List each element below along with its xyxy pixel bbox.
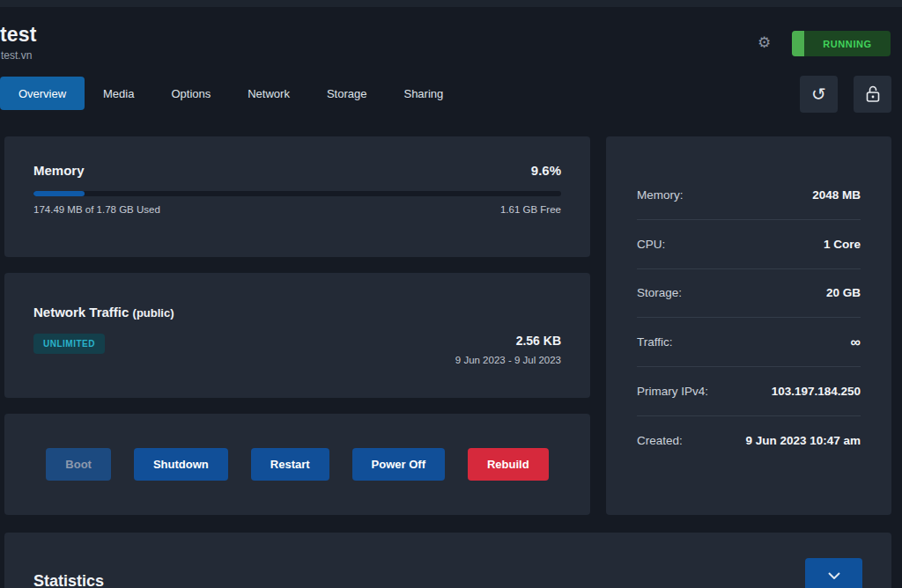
- traffic-card: Network Traffic (public) UNLIMITED 2.56 …: [4, 273, 590, 398]
- detail-row-ipv4: Primary IPv4: 103.197.184.250: [637, 367, 861, 416]
- tab-overview[interactable]: Overview: [0, 77, 85, 110]
- tab-sharing[interactable]: Sharing: [385, 77, 462, 110]
- memory-used-label: 174.49 MB of 1.78 GB Used: [33, 204, 160, 215]
- detail-row-created: Created: 9 Jun 2023 10:47 am: [637, 416, 861, 466]
- detail-row-traffic: Traffic: ∞: [637, 318, 861, 367]
- tab-storage[interactable]: Storage: [308, 77, 386, 110]
- vm-details-card: Memory: 2048 MB CPU: 1 Core Storage: 20 …: [606, 136, 891, 515]
- power-actions-card: Boot Shutdown Restart Power Off Rebuild: [4, 414, 590, 515]
- unlock-icon: [865, 85, 881, 103]
- power-off-button[interactable]: Power Off: [352, 448, 445, 481]
- traffic-title: Network Traffic: [33, 305, 129, 320]
- statistics-title: Statistics: [33, 572, 104, 588]
- statistics-card: Statistics: [4, 533, 891, 588]
- traffic-title-suffix: (public): [133, 306, 174, 320]
- detail-row-memory: Memory: 2048 MB: [637, 171, 861, 220]
- detail-value: 20 GB: [826, 286, 861, 299]
- detail-label: CPU:: [637, 238, 665, 251]
- detail-value: 2048 MB: [812, 188, 861, 202]
- page-title: test: [0, 23, 37, 47]
- detail-row-cpu: CPU: 1 Core: [637, 220, 861, 269]
- refresh-button[interactable]: ↺: [800, 76, 838, 113]
- refresh-icon: ↺: [811, 84, 826, 105]
- detail-label: Primary IPv4:: [637, 385, 708, 398]
- rebuild-button[interactable]: Rebuild: [468, 448, 549, 481]
- detail-value: 1 Core: [824, 238, 861, 251]
- memory-free-label: 1.61 GB Free: [500, 204, 561, 215]
- memory-card: Memory 9.6% 174.49 MB of 1.78 GB Used 1.…: [4, 136, 590, 257]
- vm-hostname: test.vn: [1, 49, 32, 62]
- memory-percent: 9.6%: [531, 163, 561, 178]
- tab-options[interactable]: Options: [152, 77, 229, 110]
- traffic-total: 2.56 KB: [455, 334, 561, 348]
- detail-label: Memory:: [637, 188, 684, 202]
- gear-icon[interactable]: ⚙: [758, 35, 771, 50]
- statistics-toggle-button[interactable]: [805, 558, 862, 588]
- status-badge[interactable]: RUNNING: [792, 31, 891, 56]
- infinity-icon: ∞: [851, 334, 861, 350]
- detail-label: Storage:: [637, 286, 682, 299]
- detail-label: Traffic:: [637, 335, 673, 349]
- lock-button[interactable]: [854, 76, 891, 113]
- top-strip: [0, 0, 902, 7]
- memory-progress-track: [33, 191, 561, 196]
- detail-value: 103.197.184.250: [772, 385, 861, 398]
- traffic-period: 9 Jun 2023 - 9 Jul 2023: [455, 355, 561, 365]
- tab-bar: Overview Media Options Network Storage S…: [0, 77, 462, 110]
- memory-title: Memory: [33, 163, 85, 178]
- status-strip: [792, 31, 804, 56]
- shutdown-button[interactable]: Shutdown: [134, 448, 228, 481]
- restart-button[interactable]: Restart: [251, 448, 329, 481]
- detail-value: 9 Jun 2023 10:47 am: [745, 434, 861, 447]
- memory-progress-fill: [33, 191, 85, 196]
- detail-row-storage: Storage: 20 GB: [637, 269, 861, 319]
- tab-network[interactable]: Network: [229, 77, 308, 110]
- tab-media[interactable]: Media: [85, 77, 152, 110]
- detail-label: Created:: [637, 434, 683, 447]
- unlimited-badge: UNLIMITED: [33, 334, 105, 354]
- boot-button[interactable]: Boot: [46, 448, 111, 481]
- chevron-down-icon: [828, 572, 840, 579]
- status-label: RUNNING: [804, 39, 891, 49]
